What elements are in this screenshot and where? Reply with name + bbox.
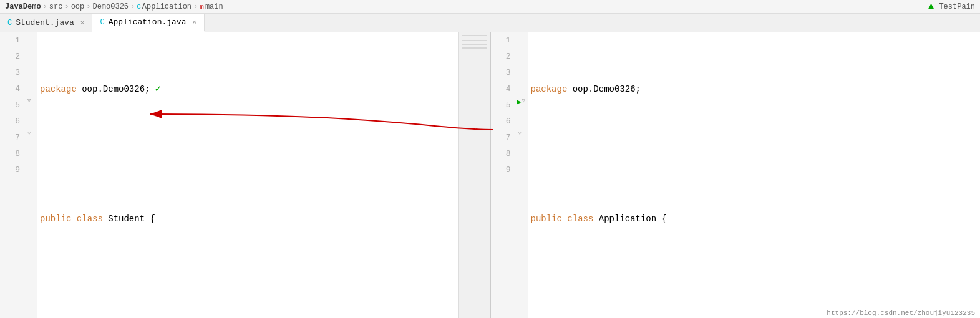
sep3: ›	[86, 2, 90, 11]
tab-application-icon: C	[100, 18, 104, 27]
breadcrumb-class[interactable]: Application	[142, 2, 192, 11]
left-line-1: package oop.Demo0326; ✓	[40, 81, 458, 97]
left-gutter-fold-7: ▽	[27, 130, 31, 137]
breadcrumb-src[interactable]: src	[49, 2, 63, 11]
right-editor-pane: 1 2 3 4 5 6 7 8 9 ▶ ▽ ▽ package oop.Demo…	[491, 32, 981, 318]
right-gutter-fold-7: ▽	[518, 130, 522, 137]
class-icon: C	[137, 3, 141, 11]
tab-application-label: Application.java	[109, 17, 187, 27]
testpain-label: TestPain	[939, 2, 975, 11]
tab-bar: C Student.java × C Application.java ×	[0, 14, 980, 32]
right-line-3: public class Application {	[531, 211, 981, 227]
left-line-3: public class Student {	[40, 211, 458, 227]
right-run-arrow-5: ▶	[517, 97, 522, 107]
tab-application[interactable]: C Application.java ×	[92, 14, 205, 32]
tab-student-label: Student.java	[16, 18, 74, 27]
sep2: ›	[64, 2, 69, 11]
tab-student-close[interactable]: ×	[80, 19, 85, 27]
left-minimap	[458, 32, 490, 318]
right-code-content[interactable]: package oop.Demo0326; public class Appli…	[528, 32, 981, 318]
right-line-numbers: 1 2 3 4 5 6 7 8 9	[491, 32, 516, 318]
nav-up-arrow[interactable]: ▲	[928, 1, 934, 12]
right-code-area[interactable]: 1 2 3 4 5 6 7 8 9 ▶ ▽ ▽ package oop.Demo…	[491, 32, 981, 318]
breadcrumb-project[interactable]: JavaDemo	[5, 2, 41, 11]
left-line-4	[40, 276, 458, 292]
right-gutter-fold-5: ▽	[522, 97, 525, 104]
left-code-content[interactable]: package oop.Demo0326; ✓ public class Stu…	[37, 32, 458, 318]
sep1: ›	[43, 2, 47, 11]
sep5: ›	[193, 2, 198, 11]
breadcrumb-package[interactable]: oop	[71, 2, 85, 11]
left-gutter-fold-5: ▽	[27, 97, 31, 104]
right-line-2	[531, 146, 981, 162]
left-line-numbers: 1 2 3 4 5 6 7 8 9	[0, 32, 25, 318]
left-gutter: ▽ ▽	[25, 32, 37, 318]
method-icon: m	[200, 3, 204, 11]
status-url: https://blog.csdn.net/zhoujiyu123235	[827, 309, 975, 317]
breadcrumb-right: ▲ TestPain	[928, 1, 975, 12]
tab-application-close[interactable]: ×	[192, 19, 196, 26]
breadcrumb-subpackage[interactable]: Demo0326	[92, 2, 129, 11]
right-gutter: ▶ ▽ ▽	[516, 32, 528, 318]
breadcrumb-method[interactable]: main	[205, 2, 223, 11]
left-line-2	[40, 146, 458, 162]
tab-student-icon: C	[7, 19, 12, 27]
right-line-1: package oop.Demo0326;	[531, 81, 981, 97]
right-line-4	[531, 276, 981, 292]
tab-student[interactable]: C Student.java ×	[0, 14, 92, 32]
editor-container: 1 2 3 4 5 6 7 8 9 ▽ ▽ package oop.Demo03…	[0, 32, 980, 318]
sep4: ›	[130, 2, 135, 11]
left-minimap-content	[462, 35, 487, 72]
breadcrumb-bar: JavaDemo › src › oop › Demo0326 › C Appl…	[0, 0, 980, 14]
left-code-area[interactable]: 1 2 3 4 5 6 7 8 9 ▽ ▽ package oop.Demo03…	[0, 32, 490, 318]
left-editor-pane: 1 2 3 4 5 6 7 8 9 ▽ ▽ package oop.Demo03…	[0, 32, 491, 318]
